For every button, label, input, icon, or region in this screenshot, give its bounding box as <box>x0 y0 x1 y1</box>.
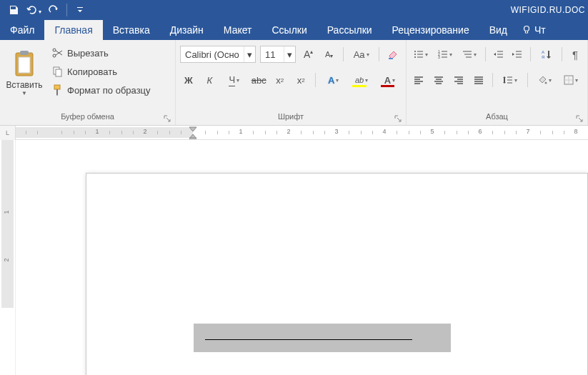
vertical-ruler[interactable]: 21 <box>0 140 16 375</box>
sort-button[interactable]: AЯ <box>536 46 556 63</box>
horizontal-rule <box>205 339 412 340</box>
separator <box>315 73 316 87</box>
bucket-icon <box>537 75 547 85</box>
dialog-launcher[interactable] <box>393 114 403 124</box>
font-color-button[interactable]: A ▾ <box>378 71 402 89</box>
strike-button[interactable]: abc <box>250 71 267 89</box>
svg-point-11 <box>414 56 416 58</box>
svg-point-0 <box>524 26 529 31</box>
align-center-button[interactable] <box>431 71 447 89</box>
indent-markers[interactable] <box>189 126 196 139</box>
align-center-icon <box>434 75 444 85</box>
shading-button[interactable]: ▾ <box>533 71 555 89</box>
clipboard-icon <box>13 50 36 77</box>
svg-point-17 <box>545 82 547 84</box>
svg-text:3: 3 <box>438 55 440 59</box>
highlight-button[interactable]: ab ▾ <box>349 71 373 89</box>
justify-button[interactable] <box>471 71 487 89</box>
tab-layout[interactable]: Макет <box>214 20 262 40</box>
change-case-button[interactable]: Aa▾ <box>349 46 373 63</box>
tab-home[interactable]: Главная <box>44 20 102 40</box>
group-clipboard: Вставить ▼ Вырезать Копировать Формат по… <box>0 40 176 125</box>
svg-point-9 <box>414 51 416 52</box>
tab-review[interactable]: Рецензирование <box>382 20 479 40</box>
paste-button[interactable]: Вставить ▼ <box>4 43 44 103</box>
save-button[interactable] <box>4 1 23 19</box>
format-painter-label: Формат по образцу <box>67 85 151 96</box>
redo-icon <box>49 5 59 15</box>
borders-button[interactable]: ▾ <box>560 71 582 89</box>
italic-button[interactable]: К <box>201 71 219 89</box>
superscript-button[interactable]: x2 <box>292 71 309 89</box>
multilevel-list-button[interactable]: ▾ <box>459 46 479 63</box>
text-effects-button[interactable]: A▾ <box>322 71 345 89</box>
customize-qat-button[interactable] <box>71 1 89 19</box>
tab-mailings[interactable]: Рассылки <box>317 20 382 40</box>
svg-marker-19 <box>189 127 196 131</box>
undo-button[interactable] <box>24 1 43 19</box>
bold-button[interactable]: Ж <box>180 71 197 89</box>
dialog-launcher[interactable] <box>574 114 584 124</box>
cut-button[interactable]: Вырезать <box>47 44 155 61</box>
dialog-launcher[interactable] <box>162 114 172 124</box>
tab-view[interactable]: Вид <box>479 20 517 40</box>
tab-references[interactable]: Ссылки <box>261 20 317 40</box>
indent-icon <box>512 49 522 59</box>
tab-design[interactable]: Дизайн <box>160 20 214 40</box>
shrink-font-button[interactable]: A▾ <box>321 46 337 63</box>
quick-access-toolbar <box>0 1 89 19</box>
subscript-button[interactable]: x2 <box>271 71 289 89</box>
format-painter-button[interactable]: Формат по образцу <box>47 81 155 99</box>
eraser-icon <box>387 49 399 60</box>
group-label: Шрифт <box>176 111 406 125</box>
show-marks-button[interactable]: ¶ <box>568 46 582 63</box>
group-label: Буфер обмена <box>0 111 175 125</box>
pilcrow-icon: ¶ <box>572 49 578 61</box>
outdent-icon <box>494 49 504 59</box>
separator <box>527 73 528 87</box>
tab-file[interactable]: Файл <box>0 20 44 40</box>
tell-me[interactable]: Чт <box>517 20 550 40</box>
separator <box>379 47 379 61</box>
chevron-down-icon <box>37 4 41 16</box>
sort-icon: AЯ <box>541 49 551 59</box>
align-left-button[interactable] <box>411 71 427 89</box>
chevron-down-icon <box>76 6 84 14</box>
increase-indent-button[interactable] <box>510 46 524 63</box>
bulb-icon <box>522 25 532 35</box>
copy-button[interactable]: Копировать <box>47 63 155 80</box>
tab-selector[interactable]: L <box>0 126 16 140</box>
separator <box>66 4 67 16</box>
redo-button[interactable] <box>44 1 63 19</box>
underline-button[interactable]: Ч▾ <box>222 71 246 89</box>
svg-rect-2 <box>20 51 29 55</box>
bullets-button[interactable]: ▾ <box>411 46 431 63</box>
chevron-down-icon[interactable]: ▾ <box>244 46 255 62</box>
paste-label: Вставить <box>6 80 43 90</box>
font-name-value: Calibri (Осно <box>181 49 244 60</box>
page[interactable] <box>86 173 588 375</box>
grow-font-button[interactable]: A▴ <box>300 46 317 63</box>
scissors-icon <box>51 47 63 59</box>
align-left-icon <box>414 75 424 85</box>
numbering-button[interactable]: 123▾ <box>435 46 455 63</box>
decrease-indent-button[interactable] <box>492 46 506 63</box>
highlight-color-bar <box>352 85 366 87</box>
copy-label: Копировать <box>67 66 117 77</box>
align-right-button[interactable] <box>451 71 467 89</box>
svg-rect-8 <box>54 85 60 89</box>
chevron-down-icon[interactable]: ▾ <box>284 46 295 62</box>
horizontal-ruler[interactable]: 2112345678 <box>16 126 588 139</box>
tab-insert[interactable]: Вставка <box>103 20 160 40</box>
tab-label: Рецензирование <box>392 24 469 36</box>
clear-formatting-button[interactable] <box>385 46 402 63</box>
page-viewport <box>16 140 588 375</box>
font-name-combo[interactable]: Calibri (Осно ▾ <box>180 46 256 63</box>
separator <box>562 47 562 61</box>
font-size-combo[interactable]: 11 ▾ <box>260 46 296 63</box>
group-font: Calibri (Осно ▾ 11 ▾ A▴ A▾ Aa▾ <box>176 40 407 125</box>
numbering-icon: 123 <box>438 49 448 59</box>
line-spacing-button[interactable]: ▾ <box>499 71 521 89</box>
ruler-bar: L 2112345678 <box>0 126 588 140</box>
tab-label: Дизайн <box>170 24 204 36</box>
